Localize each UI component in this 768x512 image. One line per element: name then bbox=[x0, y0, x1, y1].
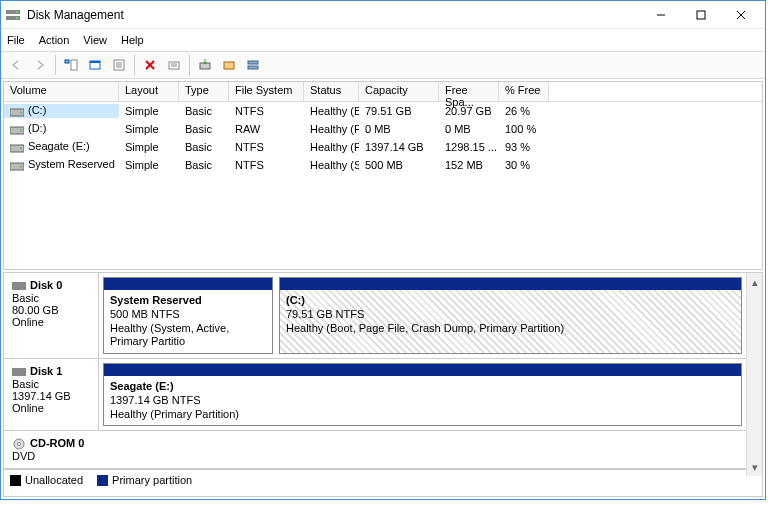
col-layout[interactable]: Layout bbox=[119, 82, 179, 101]
col-volume[interactable]: Volume bbox=[4, 82, 119, 101]
table-row[interactable]: (D:)SimpleBasicRAWHealthy (P...0 MB0 MB1… bbox=[4, 120, 762, 138]
col-capacity[interactable]: Capacity bbox=[359, 82, 439, 101]
svg-rect-8 bbox=[65, 60, 69, 63]
disk-icon bbox=[12, 366, 26, 378]
disk-info[interactable]: Disk 1 Basic 1397.14 GB Online bbox=[4, 359, 99, 430]
drive-icon bbox=[10, 160, 24, 172]
swatch-unallocated-icon bbox=[10, 475, 21, 486]
svg-point-36 bbox=[18, 443, 21, 446]
disk-management-window: Disk Management File Action View Help Vo… bbox=[0, 0, 766, 500]
partition-seagate-e[interactable]: Seagate (E:) 1397.14 GB NTFS Healthy (Pr… bbox=[103, 363, 742, 426]
svg-point-2 bbox=[16, 11, 18, 13]
delete-button[interactable] bbox=[139, 54, 161, 76]
properties-button[interactable] bbox=[108, 54, 130, 76]
cd-icon bbox=[12, 438, 26, 450]
disks-panel: Disk 0 Basic 80.00 GB Online System Rese… bbox=[3, 272, 763, 497]
menu-action[interactable]: Action bbox=[39, 34, 70, 46]
svg-point-32 bbox=[20, 165, 22, 167]
disk-info[interactable]: CD-ROM 0 DVD bbox=[4, 431, 99, 468]
rescan-button[interactable] bbox=[194, 54, 216, 76]
table-row[interactable]: (C:)SimpleBasicNTFSHealthy (B...79.51 GB… bbox=[4, 102, 762, 120]
disk-row: Disk 1 Basic 1397.14 GB Online Seagate (… bbox=[4, 359, 762, 431]
scroll-up-icon[interactable]: ▴ bbox=[747, 273, 762, 291]
partition-bar bbox=[104, 278, 272, 290]
back-button[interactable] bbox=[5, 54, 27, 76]
svg-rect-11 bbox=[90, 61, 100, 63]
disk-info[interactable]: Disk 0 Basic 80.00 GB Online bbox=[4, 273, 99, 358]
partition-system-reserved[interactable]: System Reserved 500 MB NTFS Healthy (Sys… bbox=[103, 277, 273, 354]
title-bar[interactable]: Disk Management bbox=[1, 1, 765, 29]
content-area: Volume Layout Type File System Status Ca… bbox=[1, 79, 765, 499]
list-button[interactable] bbox=[242, 54, 264, 76]
svg-point-3 bbox=[16, 17, 18, 19]
col-type[interactable]: Type bbox=[179, 82, 229, 101]
svg-rect-34 bbox=[12, 368, 26, 376]
svg-point-30 bbox=[20, 147, 22, 149]
table-row[interactable]: Seagate (E:)SimpleBasicNTFSHealthy (P...… bbox=[4, 138, 762, 156]
drive-icon bbox=[10, 124, 24, 136]
column-headers[interactable]: Volume Layout Type File System Status Ca… bbox=[4, 82, 762, 102]
toolbar bbox=[1, 51, 765, 79]
disk-button[interactable] bbox=[218, 54, 240, 76]
close-button[interactable] bbox=[721, 3, 761, 27]
svg-point-26 bbox=[20, 111, 22, 113]
swatch-primary-icon bbox=[97, 475, 108, 486]
volume-list[interactable]: Volume Layout Type File System Status Ca… bbox=[3, 81, 763, 270]
svg-rect-33 bbox=[12, 282, 26, 290]
partition-bar bbox=[280, 278, 741, 290]
col-free[interactable]: Free Spa... bbox=[439, 82, 499, 101]
col-status[interactable]: Status bbox=[304, 82, 359, 101]
window-title: Disk Management bbox=[27, 8, 641, 22]
drive-icon bbox=[10, 106, 24, 118]
app-icon bbox=[5, 7, 21, 23]
svg-point-28 bbox=[20, 129, 22, 131]
forward-button[interactable] bbox=[29, 54, 51, 76]
legend: Unallocated Primary partition bbox=[4, 469, 762, 489]
tree-button[interactable] bbox=[60, 54, 82, 76]
disk-row: CD-ROM 0 DVD bbox=[4, 431, 762, 469]
drive-icon bbox=[10, 142, 24, 154]
disk-icon bbox=[12, 280, 26, 292]
menu-bar: File Action View Help bbox=[1, 29, 765, 51]
svg-rect-22 bbox=[224, 62, 234, 69]
settings-button[interactable] bbox=[163, 54, 185, 76]
svg-rect-23 bbox=[248, 61, 258, 64]
col-filesystem[interactable]: File System bbox=[229, 82, 304, 101]
partition-c[interactable]: (C:) 79.51 GB NTFS Healthy (Boot, Page F… bbox=[279, 277, 742, 354]
menu-file[interactable]: File bbox=[7, 34, 25, 46]
menu-view[interactable]: View bbox=[83, 34, 107, 46]
refresh-button[interactable] bbox=[84, 54, 106, 76]
scrollbar[interactable]: ▴ ▾ bbox=[746, 273, 762, 476]
minimize-button[interactable] bbox=[641, 3, 681, 27]
maximize-button[interactable] bbox=[681, 3, 721, 27]
scroll-down-icon[interactable]: ▾ bbox=[747, 458, 762, 476]
col-pctfree[interactable]: % Free bbox=[499, 82, 549, 101]
partition-bar bbox=[104, 364, 741, 376]
table-row[interactable]: System ReservedSimpleBasicNTFSHealthy (S… bbox=[4, 156, 762, 174]
menu-help[interactable]: Help bbox=[121, 34, 144, 46]
svg-rect-24 bbox=[248, 66, 258, 69]
svg-rect-5 bbox=[697, 11, 705, 19]
disk-row: Disk 0 Basic 80.00 GB Online System Rese… bbox=[4, 273, 762, 359]
svg-rect-9 bbox=[71, 60, 77, 70]
